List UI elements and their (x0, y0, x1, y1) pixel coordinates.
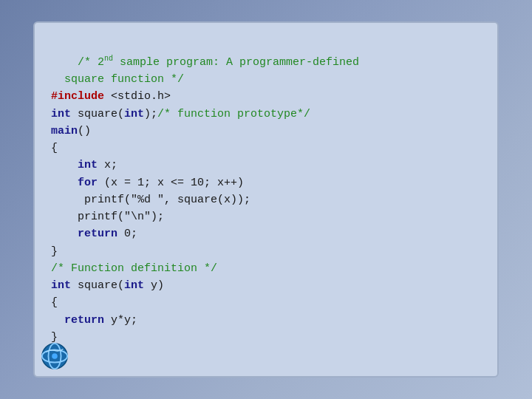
comment-line1: /* 2nd sample program: A programmer-defi… (51, 56, 359, 86)
main-open: main() (51, 125, 91, 137)
return-statement: return y*y; (51, 314, 137, 327)
logo-icon (41, 342, 69, 370)
brace-close: } (51, 245, 58, 258)
func-brace-open: { (51, 296, 58, 309)
int-x: int x; (51, 159, 117, 171)
printf-square: printf("%d ", square(x)); (51, 194, 250, 206)
printf-newline: printf("\n"); (51, 211, 164, 223)
return-zero: return 0; (51, 228, 137, 240)
svg-point-3 (52, 354, 58, 360)
comment-func-def: /* Function definition */ (51, 262, 217, 275)
func-signature: int square(int y) (51, 279, 164, 292)
brace-open: { (51, 142, 58, 154)
func-brace-close: } (51, 331, 58, 344)
prototype-line: int square(int);/* function prototype*/ (51, 108, 310, 120)
include-line: #include <stdio.h> (51, 90, 171, 103)
code-box: /* 2nd sample program: A programmer-defi… (33, 21, 499, 378)
for-loop: for (x = 1; x <= 10; x++) (51, 177, 244, 189)
code-content: /* 2nd sample program: A programmer-defi… (51, 36, 481, 364)
